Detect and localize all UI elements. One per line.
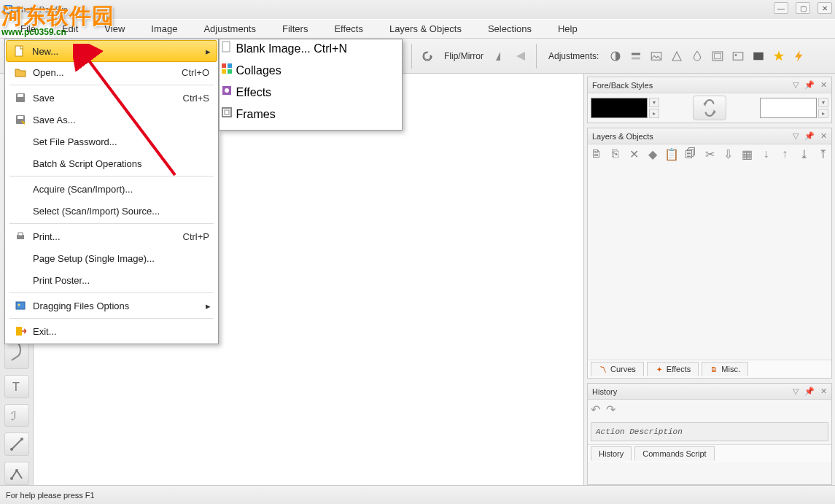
submenu-item-collages[interactable]: Collages (221, 63, 400, 85)
flip-v-icon[interactable] (513, 48, 529, 64)
layer-bottom-icon[interactable]: ⤓ (796, 147, 811, 160)
layer-info-icon[interactable]: ◆ (645, 147, 660, 160)
menu-edit[interactable]: Edit (49, 20, 91, 38)
menu-item-page-setup[interactable]: Page Setup (Single Image)... (7, 247, 217, 269)
menu-file[interactable]: File (7, 20, 49, 38)
menu-item-save-as[interactable]: Save As... (7, 109, 217, 131)
menu-filters[interactable]: Filters (269, 20, 321, 38)
menu-item-print-poster[interactable]: Print Poster... (7, 269, 217, 291)
panel-close-icon[interactable]: ✕ (820, 131, 827, 141)
menu-item-save[interactable]: Save Ctrl+S (7, 87, 217, 109)
foreground-swatch[interactable] (591, 98, 648, 118)
fore-opts-icon[interactable]: ▸ (649, 109, 659, 118)
menu-layers-objects[interactable]: Layers & Objects (376, 20, 475, 38)
svg-rect-24 (16, 302, 25, 309)
submenu-item-blank-label: Blank Image... (236, 42, 310, 55)
menu-item-print[interactable]: Print... Ctrl+P (7, 225, 217, 247)
svg-text:ℐ: ℐ (11, 410, 17, 422)
history-undo-icon[interactable]: ↶ (591, 403, 600, 416)
flip-icon[interactable] (419, 48, 435, 64)
adj-picture-icon[interactable] (648, 48, 664, 64)
background-swatch[interactable] (760, 98, 817, 118)
menu-image[interactable]: Image (138, 20, 190, 38)
panel-close-icon[interactable]: ✕ (820, 80, 827, 90)
adj-cone-icon[interactable] (669, 48, 685, 64)
menu-item-select-source-label: Select (Scan/Import) Source... (33, 206, 160, 217)
layer-top-icon[interactable]: ⤒ (815, 147, 830, 160)
panel-layers-header[interactable]: Layers & Objects ▽ 📌 ✕ (588, 128, 831, 144)
panel-pin-icon[interactable]: 📌 (804, 387, 815, 396)
history-redo-icon[interactable]: ↷ (606, 403, 615, 416)
panel-close-icon[interactable]: ✕ (820, 387, 827, 396)
submenu-item-effects-label: Effects (236, 86, 271, 98)
frames-icon (221, 108, 233, 120)
close-button[interactable]: ✕ (817, 2, 832, 14)
menu-item-select-source[interactable]: Select (Scan/Import) Source... (7, 200, 217, 222)
tool-script[interactable]: ℐ (4, 404, 29, 427)
adj-bolt-icon[interactable] (791, 48, 807, 64)
submenu-item-frames[interactable]: Frames (221, 106, 400, 128)
tab-commands-script[interactable]: Commands Script (634, 446, 714, 461)
submenu-item-effects[interactable]: Effects (221, 85, 400, 106)
drag-icon (12, 299, 28, 312)
menu-view[interactable]: View (91, 20, 138, 38)
layer-dup-icon[interactable]: 🗐 (683, 147, 698, 160)
adj-dark-icon[interactable] (750, 48, 766, 64)
layer-merge-icon[interactable]: ⇩ (721, 147, 736, 160)
tool-path[interactable] (4, 462, 29, 485)
adj-levels-icon[interactable] (628, 48, 644, 64)
submenu-item-blank[interactable]: Blank Image... Ctrl+N (221, 41, 400, 63)
panel-collapse-icon[interactable]: ▽ (793, 80, 799, 90)
panel-collapse-icon[interactable]: ▽ (793, 387, 799, 396)
tool-line[interactable] (4, 433, 29, 456)
adj-star-icon[interactable] (771, 48, 787, 64)
svg-point-25 (18, 304, 20, 306)
panel-foreback-header[interactable]: Fore/Back Styles ▽ 📌 ✕ (588, 77, 831, 93)
adj-image-icon[interactable] (730, 48, 746, 64)
menu-item-new[interactable]: New... ▸ (6, 40, 217, 62)
layer-paste-icon[interactable]: 📋 (664, 147, 679, 160)
layer-copy-icon[interactable]: ⎘ (608, 147, 623, 160)
tool-text[interactable]: T (4, 375, 29, 398)
menu-item-exit[interactable]: Exit... (7, 320, 217, 342)
back-opts-icon[interactable]: ▸ (818, 109, 828, 118)
swap-colors-button[interactable] (693, 96, 726, 120)
menu-adjustments[interactable]: Adjustments (190, 20, 269, 38)
menu-item-open[interactable]: Open... Ctrl+O (7, 61, 217, 83)
fore-dropdown-icon[interactable]: ▾ (649, 98, 659, 107)
adj-contrast-icon[interactable] (607, 48, 624, 64)
back-dropdown-icon[interactable]: ▾ (818, 98, 828, 107)
panel-pin-icon[interactable]: 📌 (804, 80, 815, 90)
maximize-button[interactable]: ▢ (796, 2, 810, 14)
menu-item-batch[interactable]: Batch & Script Operations (7, 152, 217, 174)
layer-group-icon[interactable]: ▦ (740, 147, 755, 160)
tab-effects-label: Effects (667, 365, 691, 373)
layers-list (588, 163, 831, 360)
layer-up-icon[interactable]: ↑ (777, 147, 792, 160)
adj-frame-icon[interactable] (710, 48, 726, 64)
layer-delete-icon[interactable]: ✕ (627, 147, 642, 160)
tab-effects[interactable]: ✦Effects (647, 362, 699, 376)
layer-down-icon[interactable]: ↓ (759, 147, 774, 160)
menu-item-open-label: Open... (33, 67, 64, 78)
panel-history-header[interactable]: History ▽ 📌 ✕ (588, 384, 831, 400)
minimize-button[interactable]: — (774, 2, 788, 14)
menu-effects[interactable]: Effects (321, 20, 376, 38)
layer-new-icon[interactable]: 🗎 (589, 147, 604, 160)
menu-item-dragging-options[interactable]: Dragging Files Options ▸ (7, 295, 217, 317)
submenu-arrow-icon: ▸ (206, 46, 211, 57)
menu-item-acquire[interactable]: Acquire (Scan/Import)... (7, 178, 217, 200)
flip-h-icon[interactable] (492, 48, 508, 64)
panel-collapse-icon[interactable]: ▽ (793, 131, 799, 141)
tab-misc[interactable]: 🗎Misc. (702, 362, 748, 376)
layers-tabs: 〽Curves ✦Effects 🗎Misc. (588, 360, 831, 378)
menu-item-set-password[interactable]: Set File Password... (7, 131, 217, 152)
menu-selections[interactable]: Selections (475, 20, 545, 38)
menu-help[interactable]: Help (545, 20, 591, 38)
submenu-item-frames-label: Frames (236, 108, 275, 120)
panel-pin-icon[interactable]: 📌 (804, 131, 815, 141)
tab-history[interactable]: History (591, 446, 632, 461)
tab-curves[interactable]: 〽Curves (591, 362, 644, 376)
layer-cut-icon[interactable]: ✂ (702, 147, 717, 160)
adj-drop-icon[interactable] (689, 48, 705, 64)
